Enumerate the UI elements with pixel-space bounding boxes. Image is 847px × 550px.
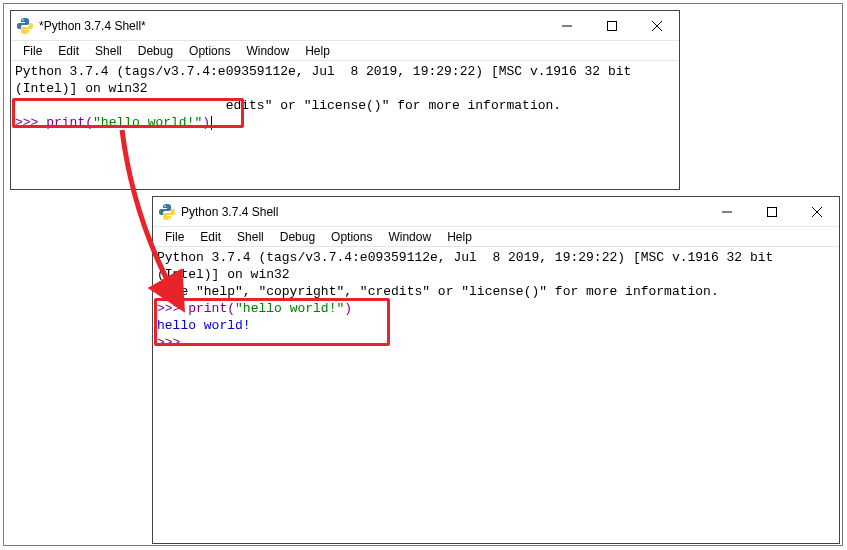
window-controls (544, 11, 679, 40)
menu-options[interactable]: Options (325, 229, 378, 245)
minimize-button[interactable] (544, 11, 589, 40)
menu-edit[interactable]: Edit (52, 43, 85, 59)
info-line: Type "help", "copyright", "credits" or "… (157, 284, 719, 299)
output-line: hello world! (157, 318, 251, 333)
menu-window[interactable]: Window (240, 43, 295, 59)
maximize-button[interactable] (589, 11, 634, 40)
string-literal: "hello world!" (235, 301, 344, 316)
menu-edit[interactable]: Edit (194, 229, 227, 245)
python-icon (159, 204, 175, 220)
menubar: File Edit Shell Debug Options Window Hel… (11, 41, 679, 61)
paren-close: ) (202, 115, 210, 130)
menu-debug[interactable]: Debug (132, 43, 179, 59)
func-call: print (188, 301, 227, 316)
window-title: *Python 3.7.4 Shell* (39, 19, 146, 33)
svg-rect-9 (767, 207, 776, 216)
screenshot-frame: *Python 3.7.4 Shell* File Edit Shell Deb… (3, 3, 843, 546)
paren-open: ( (227, 301, 235, 316)
prompt: >>> (15, 115, 46, 130)
close-button[interactable] (634, 11, 679, 40)
menu-shell[interactable]: Shell (231, 229, 270, 245)
minimize-button[interactable] (704, 197, 749, 226)
menu-window[interactable]: Window (382, 229, 437, 245)
version-line-2: (Intel)] on win32 (15, 81, 148, 96)
text-cursor (211, 116, 212, 130)
menu-help[interactable]: Help (299, 43, 336, 59)
info-line-suffix: edits" or "license()" for more informati… (226, 98, 561, 113)
titlebar[interactable]: *Python 3.7.4 Shell* (11, 11, 679, 41)
string-literal: "hello world!" (93, 115, 202, 130)
svg-point-6 (164, 205, 166, 207)
version-line-1: Python 3.7.4 (tags/v3.7.4:e09359112e, Ju… (157, 250, 773, 265)
version-line-2: (Intel)] on win32 (157, 267, 290, 282)
svg-point-1 (26, 31, 28, 33)
close-button[interactable] (794, 197, 839, 226)
prompt-next: >>> (157, 335, 188, 350)
svg-rect-3 (607, 21, 616, 30)
window-controls (704, 197, 839, 226)
python-shell-window-1: *Python 3.7.4 Shell* File Edit Shell Deb… (10, 10, 680, 190)
svg-point-7 (168, 217, 170, 219)
menu-debug[interactable]: Debug (274, 229, 321, 245)
menu-shell[interactable]: Shell (89, 43, 128, 59)
menu-file[interactable]: File (159, 229, 190, 245)
shell-text-area[interactable]: Python 3.7.4 (tags/v3.7.4:e09359112e, Ju… (153, 247, 839, 543)
prompt: >>> (157, 301, 188, 316)
menu-options[interactable]: Options (183, 43, 236, 59)
paren-open: ( (85, 115, 93, 130)
paren-close: ) (344, 301, 352, 316)
func-call: print (46, 115, 85, 130)
window-title: Python 3.7.4 Shell (181, 205, 278, 219)
svg-point-0 (22, 19, 24, 21)
shell-text-area[interactable]: Python 3.7.4 (tags/v3.7.4:e09359112e, Ju… (11, 61, 679, 189)
menu-help[interactable]: Help (441, 229, 478, 245)
python-icon (17, 18, 33, 34)
python-shell-window-2: Python 3.7.4 Shell File Edit Shell Debug… (152, 196, 840, 544)
menu-file[interactable]: File (17, 43, 48, 59)
maximize-button[interactable] (749, 197, 794, 226)
version-line-1: Python 3.7.4 (tags/v3.7.4:e09359112e, Ju… (15, 64, 631, 79)
titlebar[interactable]: Python 3.7.4 Shell (153, 197, 839, 227)
menubar: File Edit Shell Debug Options Window Hel… (153, 227, 839, 247)
